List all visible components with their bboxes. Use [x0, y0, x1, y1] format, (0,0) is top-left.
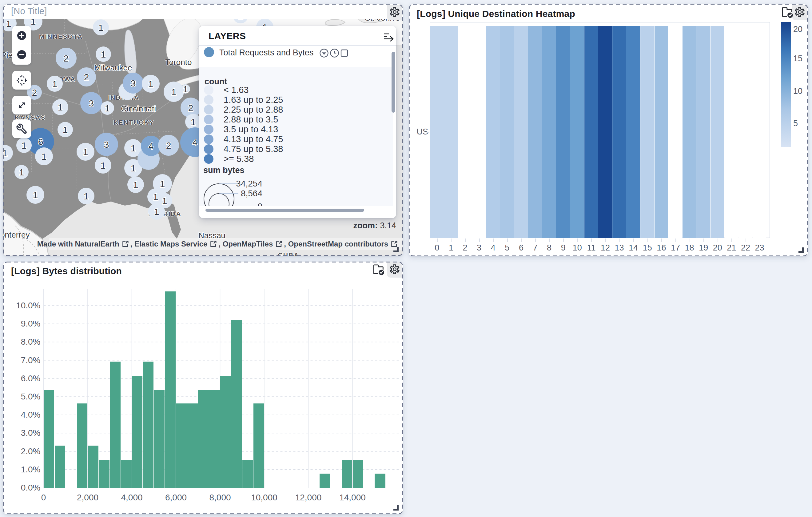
bytes-bar[interactable] — [353, 460, 363, 488]
square-icon[interactable] — [341, 49, 348, 58]
heatmap-cell[interactable] — [738, 26, 752, 238]
map-attribution[interactable]: Made with NaturalEarth , Elastic Maps Se… — [49, 238, 403, 250]
heatmap-cell[interactable] — [584, 26, 598, 238]
bytes-bar[interactable] — [55, 445, 65, 488]
bytes-bar[interactable] — [254, 404, 264, 488]
map-cluster-count: 2 — [188, 103, 194, 113]
heatmap-x-tick — [465, 239, 466, 242]
panel-resize-handle[interactable] — [799, 247, 804, 253]
bytes-bar[interactable] — [187, 404, 198, 488]
folder-check-icon[interactable] — [782, 7, 794, 19]
bytes-bar[interactable] — [220, 376, 231, 488]
heatmap-x-tick — [479, 239, 480, 242]
bytes-bar[interactable] — [154, 390, 165, 488]
bytes-bar[interactable] — [110, 361, 120, 488]
heatmap-cell[interactable] — [753, 26, 766, 238]
legend-class-row: 4.75 up to 5.38 — [204, 144, 283, 154]
fit-to-data-button[interactable] — [12, 96, 31, 115]
heatmap-cell[interactable] — [472, 26, 486, 238]
gear-icon[interactable] — [794, 7, 805, 19]
heatmap-cell[interactable] — [458, 26, 472, 238]
map-cluster-count: 1 — [183, 84, 188, 94]
heatmap-x-tick — [647, 239, 648, 242]
heatmap-cell[interactable] — [655, 26, 668, 238]
bytes-bar[interactable] — [320, 473, 330, 488]
bytes-panel-title[interactable]: [Logs] Bytes distribution — [11, 266, 122, 276]
horizontal-scrollbar[interactable] — [205, 209, 364, 212]
heatmap-x-label: 23 — [753, 243, 767, 253]
bytes-bar[interactable] — [231, 320, 242, 488]
bytes-bar[interactable] — [99, 460, 110, 488]
heatmap-cell[interactable] — [570, 26, 584, 238]
gear-icon[interactable] — [389, 264, 400, 276]
legend-class-row: 2.25 up to 2.88 — [204, 105, 283, 114]
map-panel-title[interactable]: [No Title] — [11, 6, 47, 16]
heatmap-chart[interactable]: 01234567891011121314151617181920212223US… — [409, 4, 808, 256]
heatmap-x-label: 22 — [738, 243, 753, 253]
heatmap-cell[interactable] — [710, 26, 724, 238]
filter-circle-icon[interactable] — [320, 49, 328, 59]
menu-right-icon[interactable] — [383, 32, 394, 42]
bytes-bar[interactable] — [132, 376, 142, 488]
legend-class-row: >= 5.38 — [204, 154, 254, 164]
heatmap-cell[interactable] — [514, 26, 528, 238]
attribution-link[interactable]: , OpenMapTiles — [219, 240, 284, 248]
map-tools-button[interactable] — [12, 119, 31, 138]
map-cluster-count: 1 — [160, 179, 165, 189]
clock-icon[interactable] — [330, 49, 339, 59]
zoom-in-button[interactable] — [12, 26, 31, 45]
bytes-bar[interactable] — [342, 460, 352, 488]
heatmap-x-tick — [619, 239, 620, 242]
attribution-link[interactable]: , OpenStreetMap contributors — [284, 240, 399, 248]
heatmap-cell[interactable] — [725, 26, 738, 238]
legend-class-label: >= 5.38 — [224, 154, 254, 164]
map-cluster-count: 2 — [32, 87, 37, 98]
heatmap-cell[interactable] — [640, 26, 654, 238]
heatmap-cell[interactable] — [668, 26, 682, 238]
panel-resize-handle[interactable] — [394, 505, 399, 511]
legend-class-row: 1.63 up to 2.25 — [204, 95, 283, 105]
heatmap-x-label: 11 — [584, 243, 599, 253]
vertical-scrollbar[interactable] — [392, 52, 395, 113]
heatmap-x-tick — [605, 239, 606, 242]
folder-check-icon[interactable] — [373, 264, 386, 276]
bytes-bar[interactable] — [198, 390, 208, 488]
heatmap-panel-title[interactable]: [Logs] Unique Destination Heatmap — [417, 9, 575, 19]
bytes-bar[interactable] — [77, 404, 87, 488]
heatmap-x-label: 7 — [528, 243, 542, 253]
set-view-button[interactable] — [12, 71, 31, 90]
heatmap-cell[interactable] — [528, 26, 542, 238]
heatmap-cell[interactable] — [444, 26, 458, 238]
map-cluster-count: 4 — [193, 137, 198, 147]
heatmap-cell[interactable] — [556, 26, 570, 238]
bytes-chart[interactable]: 0.0%1.0%2.0%3.0%4.0%5.0%6.0%7.0%8.0%9.0%… — [3, 262, 403, 514]
map-cluster-count: 6 — [38, 137, 44, 147]
heatmap-cell[interactable] — [430, 26, 444, 238]
heatmap-cell[interactable] — [626, 26, 640, 238]
map-cluster-count: 1 — [131, 163, 136, 173]
map-panel-hover-actions — [387, 5, 402, 20]
heatmap-cell[interactable] — [542, 26, 556, 238]
map-state-label: KENTUCKY — [114, 119, 154, 126]
bytes-bar[interactable] — [242, 460, 253, 488]
bytes-bar[interactable] — [121, 460, 131, 488]
bytes-bar[interactable] — [375, 473, 385, 488]
heatmap-cell[interactable] — [500, 26, 514, 238]
bytes-bar[interactable] — [165, 292, 176, 488]
bytes-bar[interactable] — [88, 445, 98, 488]
bytes-bar[interactable] — [176, 404, 187, 488]
heatmap-x-tick — [563, 239, 564, 242]
bytes-bar[interactable] — [44, 390, 54, 488]
zoom-out-button[interactable] — [12, 45, 31, 64]
attribution-link[interactable]: Made with NaturalEarth — [37, 240, 130, 248]
bytes-bar[interactable] — [143, 361, 153, 488]
bytes-bar[interactable] — [209, 390, 220, 488]
heatmap-cell[interactable] — [696, 26, 710, 238]
heatmap-cell[interactable] — [683, 26, 696, 238]
attribution-link[interactable]: , Elastic Maps Service — [130, 240, 219, 248]
gear-icon[interactable] — [389, 7, 400, 19]
heatmap-cell[interactable] — [612, 26, 626, 238]
heatmap-cell[interactable] — [486, 26, 500, 238]
panel-resize-handle[interactable] — [394, 247, 399, 252]
heatmap-cell[interactable] — [598, 26, 612, 238]
